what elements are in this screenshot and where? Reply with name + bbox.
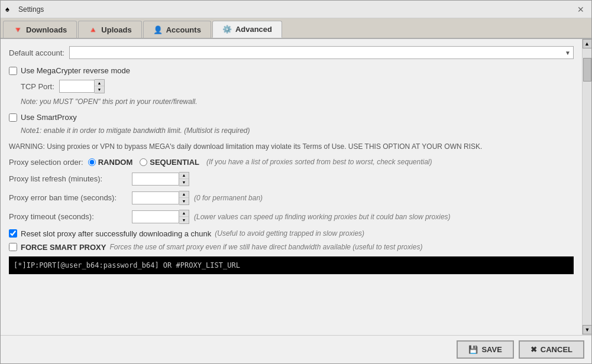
force-smart-proxy-label: FORCE SMART PROXY xyxy=(21,243,106,252)
settings-window: ♠ Settings ✕ 🔻 Downloads 🔺 Uploads 👤 Acc… xyxy=(0,0,592,364)
advanced-icon: ⚙️ xyxy=(222,25,232,34)
scrollbar-thumb[interactable] xyxy=(583,58,591,82)
proxy-sequential-option: SEQUENTIAL xyxy=(140,158,199,167)
tcp-port-label: TCP Port: xyxy=(21,82,54,91)
proxy-order-row: Proxy selection order: RANDOM SEQUENTIAL… xyxy=(9,158,574,167)
cancel-icon: ✖ xyxy=(530,345,537,354)
smartproxy-warning: WARNING: Using proxies or VPN to bypass … xyxy=(9,142,574,152)
proxy-error-ban-group: 300 ▲ ▼ (0 for permanent ban) xyxy=(132,191,263,204)
proxy-ban-down-button[interactable]: ▼ xyxy=(179,198,189,204)
app-icon: ♠ xyxy=(5,5,15,14)
proxy-timeout-spinbox[interactable]: 5 ▲ ▼ xyxy=(132,210,189,223)
reset-slot-proxy-checkbox[interactable] xyxy=(9,229,17,238)
main-content: Default account: ▼ Use MegaCrypter rever… xyxy=(1,39,582,335)
proxy-list-refresh-group: 60 ▲ ▼ xyxy=(132,173,189,186)
proxy-sequential-label: SEQUENTIAL xyxy=(150,158,199,167)
proxy-error-ban-hint: (0 for permanent ban) xyxy=(194,194,263,202)
reset-slot-proxy-row: Reset slot proxy after successfully down… xyxy=(9,229,574,238)
proxy-refresh-down-button[interactable]: ▼ xyxy=(179,179,189,186)
proxy-refresh-spinbox-buttons: ▲ ▼ xyxy=(179,172,189,186)
proxy-refresh-up-button[interactable]: ▲ xyxy=(179,173,189,179)
proxy-order-label: Proxy selection order: xyxy=(9,158,83,167)
force-smart-proxy-row: FORCE SMART PROXY Forces the use of smar… xyxy=(9,243,574,252)
tab-uploads[interactable]: 🔺 Uploads xyxy=(78,21,141,38)
use-megacrypter-row: Use MegaCrypter reverse mode xyxy=(9,66,574,75)
select-arrow-icon: ▼ xyxy=(565,50,571,56)
tab-downloads[interactable]: 🔻 Downloads xyxy=(3,21,77,38)
save-icon: 💾 xyxy=(468,345,478,354)
proxy-error-ban-input[interactable]: 300 xyxy=(132,191,179,204)
proxy-input-box[interactable]: [*]IP:PORT[@user_b64:password_b64] OR #P… xyxy=(9,256,574,274)
proxy-list-refresh-label: Proxy list refresh (minutes): xyxy=(9,174,127,183)
proxy-ban-spinbox-buttons: ▲ ▼ xyxy=(179,191,189,205)
proxy-sequential-radio[interactable] xyxy=(140,158,147,166)
proxy-error-ban-spinbox[interactable]: 300 ▲ ▼ xyxy=(132,191,189,204)
use-smartproxy-row: Use SmartProxy xyxy=(9,113,574,122)
cancel-button[interactable]: ✖ CANCEL xyxy=(519,340,584,359)
proxy-random-label: RANDOM xyxy=(98,158,133,167)
proxy-random-radio[interactable] xyxy=(88,158,96,166)
use-smartproxy-checkbox[interactable] xyxy=(9,113,17,122)
accounts-icon: 👤 xyxy=(153,25,163,34)
scrollbar-track[interactable]: ▲ ▼ xyxy=(582,39,591,335)
proxy-error-ban-label: Proxy error ban time (seconds): xyxy=(9,193,127,202)
title-bar: ♠ Settings ✕ xyxy=(1,1,591,18)
tcp-port-up-button[interactable]: ▲ xyxy=(95,80,104,86)
default-account-select[interactable]: ▼ xyxy=(69,46,574,59)
downloads-icon: 🔻 xyxy=(13,25,22,34)
reset-slot-proxy-label: Reset slot proxy after successfully down… xyxy=(21,229,211,238)
tcp-note: Note: you MUST "OPEN" this port in your … xyxy=(21,98,574,106)
force-smart-proxy-checkbox[interactable] xyxy=(9,243,17,251)
scrollbar-down-button[interactable]: ▼ xyxy=(583,325,591,334)
close-button[interactable]: ✕ xyxy=(575,4,587,15)
proxy-timeout-down-button[interactable]: ▼ xyxy=(179,217,189,223)
proxy-timeout-spinbox-buttons: ▲ ▼ xyxy=(179,210,189,224)
proxy-timeout-up-button[interactable]: ▲ xyxy=(179,210,189,217)
tab-bar: 🔻 Downloads 🔺 Uploads 👤 Accounts ⚙️ Adva… xyxy=(1,18,591,39)
proxy-list-refresh-row: Proxy list refresh (minutes): 60 ▲ ▼ xyxy=(9,173,574,186)
save-button[interactable]: 💾 SAVE xyxy=(457,340,513,359)
tcp-port-spinbox-buttons: ▲ ▼ xyxy=(95,79,105,93)
force-smart-proxy-hint: Forces the use of smart proxy even if we… xyxy=(109,243,422,251)
proxy-list-refresh-spinbox[interactable]: 60 ▲ ▼ xyxy=(132,173,189,186)
tcp-port-spinbox[interactable]: 9.999 ▲ ▼ xyxy=(59,80,105,93)
uploads-icon: 🔺 xyxy=(88,25,98,34)
window-title: Settings xyxy=(18,5,575,14)
tab-accounts[interactable]: 👤 Accounts xyxy=(143,21,211,38)
tcp-port-input[interactable]: 9.999 xyxy=(59,80,95,93)
use-megacrypter-checkbox[interactable] xyxy=(9,67,17,75)
proxy-error-ban-row: Proxy error ban time (seconds): 300 ▲ ▼ … xyxy=(9,191,574,204)
proxy-order-hint: (If you have a list of proxies sorted fr… xyxy=(206,158,432,166)
reset-slot-proxy-hint: (Useful to avoid getting trapped in slow… xyxy=(215,229,364,238)
tab-advanced[interactable]: ⚙️ Advanced xyxy=(212,21,282,38)
footer: 💾 SAVE ✖ CANCEL xyxy=(1,335,591,363)
smartproxy-note1: Note1: enable it in order to mitigate ba… xyxy=(21,126,574,135)
tcp-port-down-button[interactable]: ▼ xyxy=(95,86,104,93)
proxy-timeout-input[interactable]: 5 xyxy=(132,210,179,223)
use-smartproxy-label: Use SmartProxy xyxy=(21,113,77,122)
proxy-timeout-group: 5 ▲ ▼ (Lower values can speed up finding… xyxy=(132,210,451,223)
proxy-order-radio-group: RANDOM SEQUENTIAL (If you have a list of… xyxy=(88,158,432,167)
proxy-timeout-row: Proxy timeout (seconds): 5 ▲ ▼ (Lower va… xyxy=(9,210,574,223)
tcp-port-row: TCP Port: 9.999 ▲ ▼ xyxy=(21,80,574,93)
default-account-row: Default account: ▼ xyxy=(9,46,574,59)
use-megacrypter-label: Use MegaCrypter reverse mode xyxy=(21,66,130,75)
proxy-random-option: RANDOM xyxy=(88,158,133,167)
proxy-timeout-label: Proxy timeout (seconds): xyxy=(9,212,127,221)
proxy-timeout-hint: (Lower values can speed up finding worki… xyxy=(194,213,451,221)
proxy-ban-up-button[interactable]: ▲ xyxy=(179,191,189,198)
proxy-input-placeholder: [*]IP:PORT[@user_b64:password_b64] OR #P… xyxy=(14,261,240,269)
scrollbar-up-button[interactable]: ▲ xyxy=(583,39,592,48)
proxy-list-refresh-input[interactable]: 60 xyxy=(132,173,179,186)
default-account-label: Default account: xyxy=(9,48,64,57)
content-area: Default account: ▼ Use MegaCrypter rever… xyxy=(1,39,591,335)
